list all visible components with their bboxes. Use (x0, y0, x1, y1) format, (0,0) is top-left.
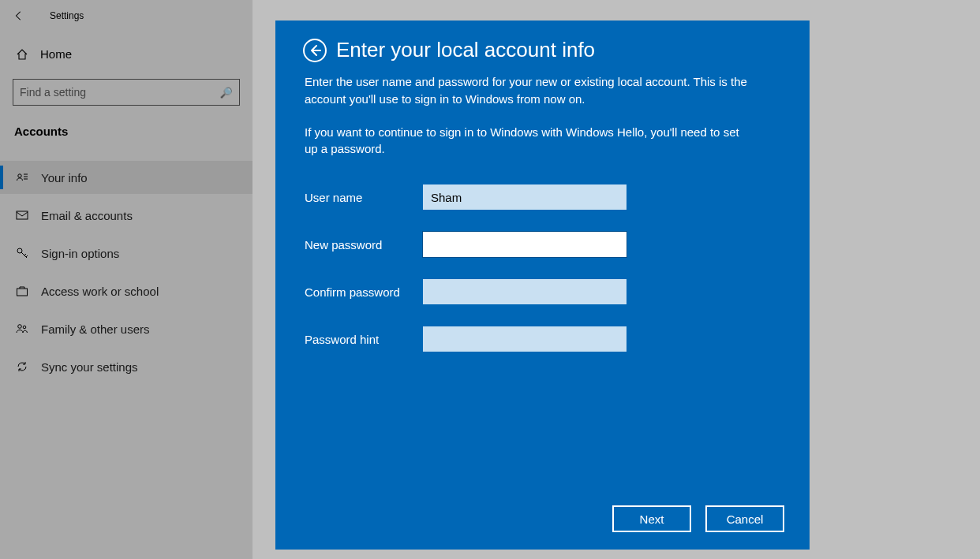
modal-description-1: Enter the user name and password for you… (305, 73, 754, 108)
new-password-field[interactable] (423, 232, 627, 257)
new-password-label: New password (305, 238, 423, 252)
username-field[interactable] (423, 184, 627, 210)
modal-description-2: If you want to continue to sign in to Wi… (305, 124, 754, 158)
confirm-password-field[interactable] (423, 279, 627, 304)
password-hint-field[interactable] (423, 326, 627, 352)
username-label: User name (305, 191, 423, 204)
confirm-password-label: Confirm password (305, 285, 423, 299)
cancel-button[interactable]: Cancel (705, 505, 784, 532)
password-hint-label: Password hint (305, 333, 423, 346)
modal-back-button[interactable] (303, 39, 327, 62)
modal-title: Enter your local account info (336, 38, 595, 62)
cancel-button-label: Cancel (727, 512, 764, 526)
next-button-label: Next (640, 512, 664, 526)
next-button[interactable]: Next (612, 505, 691, 532)
local-account-modal: Enter your local account info Enter the … (275, 20, 810, 550)
